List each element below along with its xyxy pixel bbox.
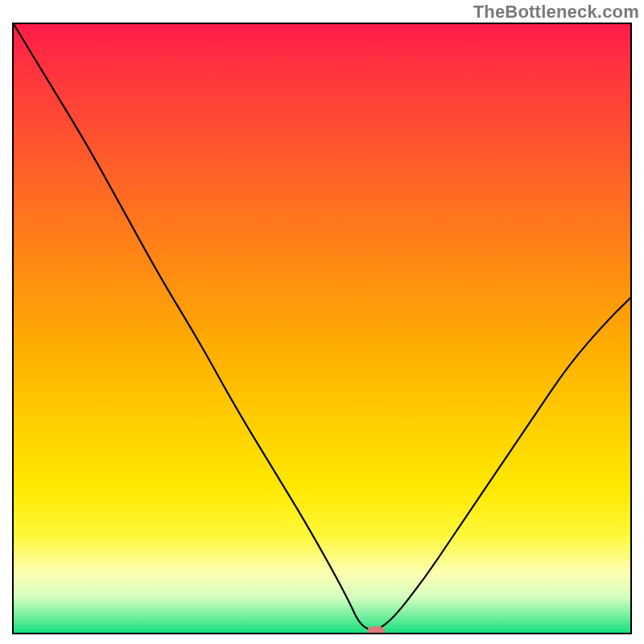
- watermark-text: TheBottleneck.com: [473, 2, 639, 23]
- minimum-marker: [367, 626, 385, 634]
- chart-container: TheBottleneck.com: [0, 0, 644, 644]
- curve-path: [14, 24, 630, 630]
- plot-area: [12, 23, 632, 634]
- bottleneck-curve: [14, 24, 630, 633]
